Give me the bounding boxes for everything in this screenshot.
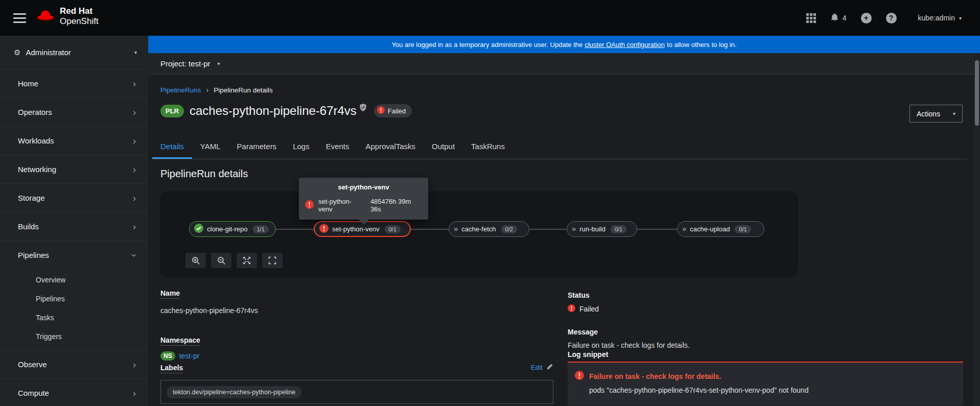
sidebar-item-pipelines[interactable]: Pipelines ›	[0, 241, 148, 269]
oauth-config-link[interactable]: cluster OAuth configuration	[585, 41, 665, 49]
chevron-right-icon: ›	[133, 389, 136, 398]
user-menu[interactable]: kube:admin ▾	[918, 14, 962, 22]
notifications-button[interactable]: 4	[830, 13, 847, 23]
sidebar-item-label: Workloads	[18, 136, 54, 145]
sidebar-item-label: Operators	[18, 108, 52, 116]
tooltip-task-name: set-python-venv	[318, 198, 364, 213]
actions-menu-button[interactable]: Actions ▾	[909, 105, 963, 123]
exclamation-circle-icon	[377, 106, 385, 115]
exclamation-circle-icon	[575, 371, 584, 381]
sidebar-item-pipelines-overview[interactable]: Overview	[0, 270, 148, 289]
tooltip-task-duration: 485476h 39m 36s	[370, 198, 422, 213]
sidebar-item-builds[interactable]: Builds ›	[0, 212, 148, 241]
sidebar-item-networking[interactable]: Networking ›	[0, 155, 148, 183]
main-content: Project: test-pr ▾ PipelineRuns › Pipeli…	[148, 53, 980, 406]
task-node-label: cache-upload	[690, 225, 730, 233]
notification-count: 4	[843, 14, 847, 22]
sidebar-item-storage[interactable]: Storage ›	[0, 183, 148, 212]
task-node-count: 0/1	[735, 225, 751, 233]
sidebar-item-label: Storage	[18, 194, 45, 202]
check-circle-icon	[194, 224, 203, 234]
chevron-right-icon: ›	[133, 108, 136, 117]
login-notice-banner: You are logged in as a temporary adminis…	[148, 36, 980, 53]
sidebar-item-pipelines-triggers[interactable]: Triggers	[0, 327, 148, 346]
caret-down-icon: ▾	[959, 15, 962, 21]
perspective-switcher[interactable]: ⚙ Administrator ▾	[0, 36, 148, 69]
expand-arrows-button[interactable]	[237, 253, 257, 268]
task-node-label: cache-fetch	[461, 225, 496, 233]
sidebar-item-compute[interactable]: Compute ›	[0, 378, 148, 406]
zoom-out-button[interactable]	[211, 253, 231, 268]
masthead: Red Hat OpenShift 4 + ? kube:admin ▾	[0, 0, 980, 36]
question-icon: ?	[889, 14, 894, 22]
fit-to-screen-button[interactable]	[262, 253, 283, 268]
task-node-count: 1/1	[253, 225, 269, 233]
sidebar-subitem-label: Pipelines	[36, 295, 65, 303]
tooltip-arrow	[358, 219, 369, 225]
sidebar-item-workloads[interactable]: Workloads ›	[0, 126, 148, 155]
task-node-count: 0/1	[385, 225, 401, 233]
sidebar-subitem-label: Tasks	[36, 314, 54, 322]
status-value-row: Failed	[568, 304, 599, 314]
pipeline-graph-panel: clone-git-repo 1/1 set-python-venv 0/1 »…	[160, 191, 798, 278]
chevron-right-icon: ›	[133, 165, 136, 174]
app-launcher-icon[interactable]	[806, 13, 816, 23]
quick-create-button[interactable]: +	[861, 13, 872, 23]
tab-events[interactable]: Events	[318, 135, 358, 159]
sidebar-item-label: Compute	[18, 389, 49, 397]
caret-down-icon: ▾	[953, 111, 955, 116]
namespace-badge: NS	[160, 351, 175, 361]
project-selector[interactable]: Project: test-pr ▾	[148, 53, 980, 75]
tab-taskruns[interactable]: TaskRuns	[463, 135, 513, 159]
tab-logs[interactable]: Logs	[285, 135, 318, 159]
task-node-label: run-build	[579, 225, 605, 233]
task-node-cache-fetch[interactable]: » cache-fetch 0/2	[449, 221, 529, 237]
actions-label: Actions	[917, 110, 940, 118]
namespace-link[interactable]: test-pr	[179, 352, 200, 360]
detail-tabs: Details YAML Parameters Logs Events Appr…	[152, 135, 968, 159]
project-selector-label: Project: test-pr	[160, 59, 211, 68]
breadcrumb-pipelineruns-link[interactable]: PipelineRuns	[160, 86, 201, 94]
tab-yaml[interactable]: YAML	[192, 135, 229, 159]
sidebar-item-label: Networking	[18, 165, 56, 174]
plus-icon: +	[864, 14, 868, 22]
name-label: Name	[160, 289, 180, 297]
log-error-text: Failure on task - check logs for details…	[589, 372, 721, 380]
help-button[interactable]: ?	[886, 13, 897, 23]
breadcrumb-separator-icon: ›	[206, 86, 209, 94]
caret-down-icon: ▾	[134, 50, 137, 55]
graph-edge	[637, 229, 677, 230]
namespace-row: NS test-pr	[160, 351, 199, 361]
tab-output[interactable]: Output	[424, 135, 463, 159]
username: kube:admin	[918, 14, 955, 22]
chevron-right-icon: ›	[133, 194, 136, 203]
task-node-cache-upload[interactable]: » cache-upload 0/1	[677, 221, 764, 237]
chevron-right-icon: ›	[133, 360, 136, 369]
status-value: Failed	[579, 305, 599, 313]
redhat-openshift-logo[interactable]: Red Hat OpenShift	[36, 6, 99, 27]
banner-text-post: to allow others to log in.	[667, 41, 737, 49]
sidebar-item-label: Observe	[18, 360, 47, 369]
status-label: Status	[568, 291, 590, 299]
tab-approvaltasks[interactable]: ApprovalTasks	[358, 135, 424, 159]
tab-details[interactable]: Details	[152, 135, 192, 159]
redhat-hat-icon	[36, 8, 55, 25]
name-value: caches-python-pipeline-67r4vs	[160, 306, 258, 315]
caret-down-icon: ▾	[218, 61, 220, 66]
menu-toggle-icon[interactable]	[13, 13, 27, 26]
edit-label: Edit	[531, 364, 543, 371]
edit-labels-link[interactable]: Edit	[531, 363, 553, 372]
sidebar-item-home[interactable]: Home ›	[0, 69, 148, 98]
sidebar-item-operators[interactable]: Operators ›	[0, 98, 148, 126]
exclamation-circle-icon	[319, 224, 329, 234]
zoom-in-button[interactable]	[185, 253, 206, 268]
sidebar-item-pipelines-tasks[interactable]: Tasks	[0, 308, 148, 327]
scrollbar-thumb[interactable]	[975, 60, 979, 126]
scrollbar-track[interactable]	[974, 53, 980, 406]
sidebar-item-pipelines-pipelines[interactable]: Pipelines	[0, 289, 148, 308]
tab-parameters[interactable]: Parameters	[229, 135, 285, 159]
task-node-run-build[interactable]: » run-build 0/1	[567, 221, 637, 237]
labels-label: Labels	[160, 364, 183, 372]
sidebar-item-observe[interactable]: Observe ›	[0, 350, 148, 378]
task-node-clone-git-repo[interactable]: clone-git-repo 1/1	[189, 221, 276, 237]
